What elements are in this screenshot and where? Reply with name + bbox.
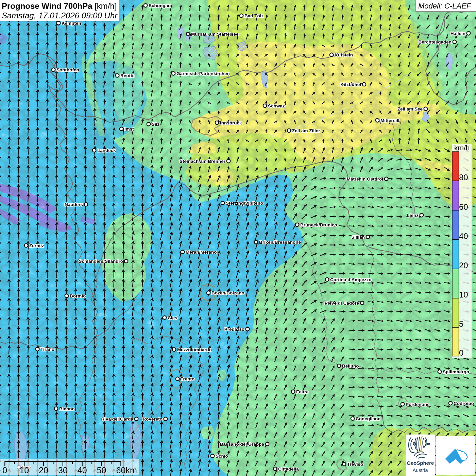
svg-text:Lienz: Lienz <box>407 213 419 218</box>
svg-text:40: 40 <box>459 232 468 241</box>
svg-text:Silz: Silz <box>152 122 160 127</box>
svg-text:Zernez: Zernez <box>29 243 44 248</box>
svg-text:Schwaz: Schwaz <box>268 103 285 108</box>
svg-text:Riva del Garda: Riva del Garda <box>101 417 133 422</box>
svg-text:Cittadella: Cittadella <box>278 466 299 472</box>
svg-text:Bienno: Bienno <box>59 406 75 411</box>
svg-text:Sillian: Sillian <box>351 235 365 240</box>
svg-text:Bad Tölz: Bad Tölz <box>244 13 264 18</box>
svg-text:Reutte: Reutte <box>120 73 135 78</box>
svg-text:Nauders: Nauders <box>65 202 83 207</box>
svg-text:Mittersill: Mittersill <box>380 118 400 123</box>
svg-text:0: 0 <box>2 465 7 475</box>
svg-text:40: 40 <box>78 465 87 475</box>
svg-text:10: 10 <box>19 465 29 475</box>
svg-text:GeoSphere: GeoSphere <box>407 460 434 466</box>
svg-text:Murnau am Staffelsee: Murnau am Staffelsee <box>191 32 239 37</box>
svg-text:60: 60 <box>116 465 125 475</box>
svg-text:Zell am See: Zell am See <box>397 106 423 112</box>
svg-text:Bozen/Bolzano: Bozen/Bolzano <box>211 290 244 295</box>
svg-text:Mezzolombardo: Mezzolombardo <box>177 347 212 352</box>
svg-text:Innsbruck: Innsbruck <box>220 120 242 125</box>
svg-text:Sterzing/Vipiteno: Sterzing/Vipiteno <box>226 201 263 206</box>
svg-text:Schlanders/Silandro: Schlanders/Silandro <box>79 259 123 264</box>
svg-text:Steinach am Brenner: Steinach am Brenner <box>180 159 226 164</box>
svg-text:60: 60 <box>459 202 468 211</box>
svg-text:Cortina d'Ampezzo: Cortina d'Ampezzo <box>330 277 372 282</box>
svg-text:80: 80 <box>459 173 468 182</box>
svg-text:Prognose Wind 700hPa [km/h]: Prognose Wind 700hPa [km/h] <box>2 1 117 11</box>
svg-text:Kufstein: Kufstein <box>335 52 353 57</box>
svg-text:Cles: Cles <box>168 315 177 320</box>
svg-text:10: 10 <box>459 290 468 299</box>
svg-text:Meran/Merano: Meran/Merano <box>186 250 217 255</box>
svg-text:Samstag, 17.01.2026 09:00 Uhr: Samstag, 17.01.2026 09:00 Uhr <box>2 11 118 20</box>
svg-text:30: 30 <box>58 465 68 475</box>
svg-text:Pordenone: Pordenone <box>406 402 430 407</box>
svg-text:20: 20 <box>39 465 48 475</box>
svg-text:Imst: Imst <box>124 126 134 132</box>
svg-text:Belluno: Belluno <box>342 363 359 369</box>
svg-text:Matrei in Osttirol: Matrei in Osttirol <box>347 176 383 182</box>
svg-text:Kitzbühel: Kitzbühel <box>340 82 361 87</box>
svg-text:Treviso: Treviso <box>347 462 363 467</box>
svg-text:Bassano del Grappa: Bassano del Grappa <box>220 442 264 447</box>
svg-text:50: 50 <box>97 465 106 475</box>
svg-text:0: 0 <box>459 348 463 357</box>
svg-text:Conegliano: Conegliano <box>356 416 381 421</box>
svg-text:Brixen/Bressanone: Brixen/Bressanone <box>259 240 301 245</box>
svg-text:Spilimbergo: Spilimbergo <box>443 369 469 374</box>
svg-text:Hallein: Hallein <box>451 31 465 36</box>
svg-text:Predazzo: Predazzo <box>224 327 244 332</box>
svg-text:Codroipo: Codroipo <box>454 401 474 406</box>
svg-text:20: 20 <box>459 261 468 270</box>
svg-text:Tirano: Tirano <box>40 347 54 352</box>
svg-text:km: km <box>125 465 137 475</box>
svg-text:Schongau: Schongau <box>149 3 171 8</box>
svg-text:Rovereto: Rovereto <box>142 417 163 422</box>
svg-text:5: 5 <box>459 319 463 328</box>
svg-text:Landeck: Landeck <box>97 148 116 153</box>
svg-text:Bruneck/Brunico: Bruneck/Brunico <box>300 222 337 227</box>
svg-text:Zell am Ziller: Zell am Ziller <box>292 128 320 133</box>
svg-text:Berchtesgaden: Berchtesgaden <box>418 39 452 45</box>
svg-text:Bormio: Bormio <box>70 293 86 299</box>
svg-text:Pieve di Cadore: Pieve di Cadore <box>325 301 359 306</box>
svg-text:Schio: Schio <box>216 454 228 459</box>
svg-text:Feltre: Feltre <box>296 389 309 394</box>
svg-text:Trento: Trento <box>181 376 194 381</box>
svg-text:Garmisch-Partenkirchen: Garmisch-Partenkirchen <box>176 71 230 76</box>
svg-text:Sonthofen: Sonthofen <box>56 67 79 72</box>
svg-text:Austria: Austria <box>412 468 428 473</box>
svg-text:Kempten: Kempten <box>62 21 81 26</box>
svg-text:Modell: C-LAEF: Modell: C-LAEF <box>418 2 472 10</box>
svg-text:km/h: km/h <box>454 144 470 152</box>
